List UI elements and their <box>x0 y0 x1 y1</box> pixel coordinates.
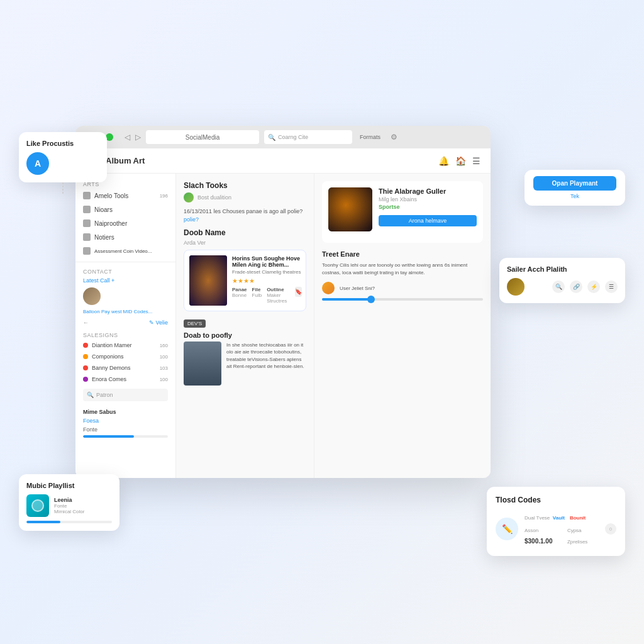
meta-panae: Panae Bonne <box>232 287 247 304</box>
url-bar[interactable]: SocialMedia <box>146 130 259 144</box>
open-payment-sub: Tek <box>533 193 616 199</box>
save-button[interactable]: 🔖 <box>295 287 302 297</box>
person-photo <box>184 341 221 386</box>
sidebar-item-nioars[interactable]: Nioars <box>75 203 175 216</box>
campaign-name: Componions <box>92 353 124 360</box>
discount-info: Dual Tvese Vault Bounit Asson $300.1.00 … <box>525 511 599 547</box>
search-icon: 🔍 <box>268 134 275 141</box>
social-icons: 🔍 🔗 ⚡ ☰ <box>552 280 618 293</box>
music-info: Leenia Fonte Mimical Color <box>54 497 112 514</box>
sidebar-item-label: Nioars <box>94 206 113 213</box>
bounit-label: Bounit <box>570 515 586 521</box>
nav-text: Formats <box>360 134 380 140</box>
campaign-item-3[interactable]: Banny Demons 103 <box>75 362 175 374</box>
campaign-item-1[interactable]: Diantion Mamer 160 <box>75 340 175 351</box>
sidebar-cta[interactable]: Balloon Pay west MID Codes... <box>75 308 175 316</box>
music-progress <box>26 521 112 523</box>
campaign-count: 100 <box>160 377 168 382</box>
browser-window: ◁ ▷ SocialMedia 🔍 Coarng Cite Formats ⚙ … <box>75 126 491 478</box>
music-row: Leenia Fonte Mimical Color <box>26 494 112 517</box>
post-text: 16/13/2011 les Chouses panae is ago all … <box>184 208 306 223</box>
post2-card: In she shoshe techiocabas iiir on it olo… <box>184 341 306 386</box>
nav-icon: ◁ <box>125 133 130 142</box>
menu-icon[interactable]: ☰ <box>472 156 480 166</box>
type-label-col: Dual Tvese Vault <box>525 511 565 522</box>
book-title: Horins Sun Soughe Hove Milen Aing ic Bhe… <box>232 255 302 268</box>
slider-thumb[interactable] <box>367 296 375 303</box>
action-button[interactable]: Arona helmave <box>379 215 477 226</box>
share-icon[interactable]: 🔗 <box>570 280 582 293</box>
slider-track[interactable] <box>322 298 483 301</box>
campaign-item-4[interactable]: Enora Comes 100 <box>75 374 175 385</box>
sidebar-item-amelo[interactable]: Amelo Tools 196 <box>75 189 175 203</box>
discount-check[interactable]: ○ <box>605 523 616 535</box>
sub-label-col: Bounit <box>570 511 586 522</box>
star-rating: ★★★★ <box>232 277 302 284</box>
book-cover <box>189 255 227 306</box>
open-payment-button[interactable]: Opan Playmant <box>533 176 616 191</box>
album-artist: Milg len Xbains <box>379 196 477 203</box>
thread-title: Treet Enare <box>322 250 483 258</box>
sidebar-search[interactable]: 🔍 Patron <box>83 389 168 401</box>
campaign-count: 103 <box>160 365 168 371</box>
browser-nav: ◁ ▷ SocialMedia 🔍 Coarng Cite Formats ⚙ <box>125 130 483 144</box>
sidebar-item-notiers[interactable]: Notiers <box>75 230 175 244</box>
amount-col: Asson $300.1.00 <box>525 523 562 546</box>
sidebar-sub-fonte: Fonte <box>75 425 175 434</box>
bell-icon[interactable]: 🔔 <box>438 156 449 166</box>
card-discount-codes: Tlosd Codes ✏️ Dual Tvese Vault Bounit A… <box>487 487 625 556</box>
album-status: Sportse <box>379 204 477 210</box>
user-avatar <box>184 192 194 203</box>
social-avatar <box>507 278 525 296</box>
amount-label: Asson <box>525 528 538 533</box>
search-icon-social[interactable]: 🔍 <box>552 280 565 293</box>
card-open-payment: Opan Playmant Tek <box>525 170 625 206</box>
avatar-letter: A <box>35 158 41 169</box>
user-name: Bost dualition <box>197 194 231 201</box>
social-title: Sailer Acch Plalith <box>507 265 618 273</box>
sidebar-item-naiprother[interactable]: Naiproother <box>75 216 175 230</box>
album-top: Thie Alabrage Guller Milg len Xbains Spo… <box>328 187 477 231</box>
type2-label: Cypsa <box>567 528 582 533</box>
sidebar-divider <box>75 262 175 262</box>
sidebar-item-label: Assessment Coin Video... <box>94 248 152 254</box>
sidebar-latest-call[interactable]: Latest Call + <box>75 276 175 285</box>
book-subtitle: Frade-steset Clamelig theatres <box>232 269 302 275</box>
slach-tooks-title: Slach Tooks <box>184 181 306 190</box>
sidebar-contact-label: Contact <box>75 266 175 276</box>
album-info: Thie Alabrage Guller Milg len Xbains Spo… <box>379 187 477 231</box>
type2-col: Cypsa Zprelises <box>567 523 599 546</box>
right-column: Thie Alabrage Guller Milg len Xbains Spo… <box>314 174 491 478</box>
amount-detail: Asson $300.1.00 Cypsa Zprelises <box>525 523 599 546</box>
settings-icon: ⚙ <box>391 133 397 142</box>
sidebar-edit-btn[interactable]: ✎ Velie <box>149 319 168 326</box>
sidebar-campaigns-label: Salesigns <box>75 330 175 340</box>
like-products-title: Like Procustis <box>26 140 99 147</box>
type-label: Dual Tvese <box>525 515 550 521</box>
content-columns: Slach Tooks Bost dualition 16/13/2011 le… <box>176 174 491 478</box>
menu-icon-social[interactable]: ☰ <box>605 280 618 293</box>
book-card: Horins Sun Soughe Hove Milen Aing ic Bhe… <box>184 250 306 311</box>
url-text: SocialMedia <box>186 134 219 141</box>
discount-row: ✏️ Dual Tvese Vault Bounit Asson $300.1.… <box>496 511 616 547</box>
music-disc-icon <box>31 499 44 512</box>
discount-icon: ✏️ <box>496 518 518 540</box>
meta-file: File Fulb <box>252 287 262 304</box>
home-icon[interactable]: 🏠 <box>455 156 466 166</box>
thread-text: Toonhy Cilis lehi our are toonoly oo wri… <box>322 262 483 277</box>
amount-value: $300.1.00 <box>525 538 553 545</box>
music-track: Leenia <box>54 497 112 503</box>
campaign-count: 100 <box>160 354 168 360</box>
discount-detail: Dual Tvese Vault Bounit <box>525 511 599 522</box>
app-title: Album Art <box>106 156 145 165</box>
thread-reply: User Jeliet Sni? <box>322 282 483 294</box>
value-label: Vault <box>553 515 565 521</box>
book-info: Horins Sun Soughe Hove Milen Aing ic Bhe… <box>232 255 302 306</box>
sidebar-item-assessment[interactable]: Assessment Coin Video... <box>75 244 175 258</box>
search-bar[interactable]: 🔍 Coarng Cite <box>264 130 352 144</box>
campaign-item-2[interactable]: Componions 100 <box>75 351 175 362</box>
bolt-icon[interactable]: ⚡ <box>587 280 600 293</box>
post-link[interactable]: polie? <box>184 216 199 223</box>
book-section-title: Doob Name <box>184 228 306 237</box>
post2-title: Doab to poofly <box>184 331 306 339</box>
